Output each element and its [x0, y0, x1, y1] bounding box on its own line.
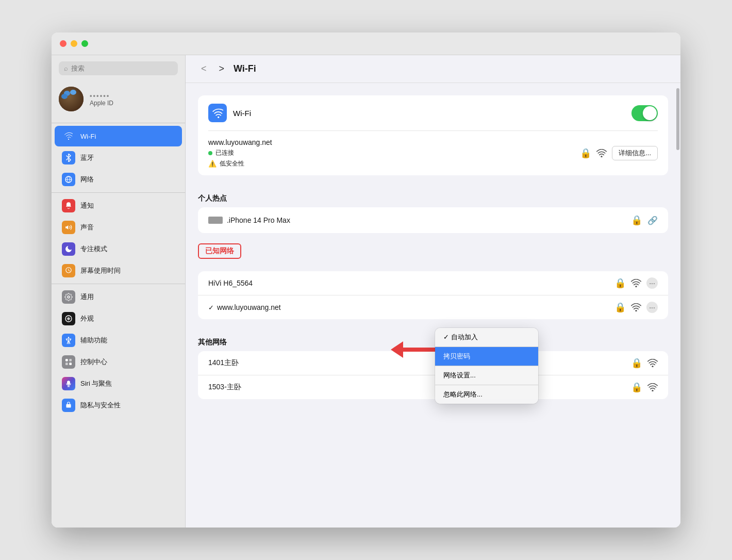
other-network-actions-2: 🔒 [631, 382, 658, 393]
other-networks-section: 其他网络 1401主卧 🔒 [198, 330, 668, 399]
privacy-icon [62, 399, 75, 412]
search-box[interactable]: ⌕ [59, 61, 178, 75]
sidebar-item-wifi[interactable]: Wi-Fi [55, 126, 182, 146]
profile-sublabel: Apple ID [90, 100, 113, 107]
svg-point-15 [652, 366, 653, 367]
known-network-left-2: ✓ www.luyouwang.net [208, 303, 281, 311]
network-icon [62, 173, 75, 186]
profile-name: •••••• [90, 92, 113, 100]
sidebar-label-privacy: 隐私与安全性 [80, 401, 121, 410]
sidebar-label-notifications: 通知 [80, 201, 94, 210]
svg-rect-8 [69, 363, 72, 365]
sidebar-item-controlcenter[interactable]: 控制中心 [55, 352, 182, 372]
svg-rect-5 [65, 359, 68, 361]
signal-icon-2 [631, 303, 641, 311]
sidebar-item-accessibility[interactable]: 辅助功能 [55, 330, 182, 351]
current-network-name: www.luyouwang.net [208, 138, 272, 146]
other-network-name-2: 1503-主卧 [208, 383, 241, 392]
sidebar-item-network[interactable]: 网络 [55, 169, 182, 190]
forward-button[interactable]: > [216, 62, 228, 75]
hotspot-heading: 个人热点 [198, 186, 668, 207]
sidebar-item-bluetooth[interactable]: 蓝牙 [55, 147, 182, 168]
accessibility-icon [62, 334, 75, 347]
general-icon [62, 290, 75, 304]
sidebar-item-screentime[interactable]: 屏幕使用时间 [55, 260, 182, 281]
svg-point-4 [68, 337, 70, 338]
other-network-left-1: 1401主卧 [208, 358, 239, 368]
siri-icon [62, 377, 75, 390]
network-menu-btn-2[interactable]: ··· [646, 302, 658, 313]
context-menu-item-network-settings[interactable]: 网络设置... [435, 366, 538, 385]
other-network-actions-1: 🔒 [631, 357, 658, 369]
hotspot-lock-icon: 🔒 [631, 215, 642, 226]
other-network-left-2: 1503-主卧 [208, 383, 241, 392]
known-network-row-1: HiVi H6_5564 🔒 ··· [198, 271, 668, 295]
sidebar-item-siri[interactable]: Siri 与聚焦 [55, 373, 182, 394]
known-network-left-1: HiVi H6_5564 [208, 279, 253, 287]
sidebar-item-sound[interactable]: 声音 [55, 217, 182, 238]
detail-button[interactable]: 详细信息... [612, 146, 658, 160]
sidebar-item-notifications[interactable]: 通知 [55, 195, 182, 216]
hotspot-name-suffix: .iPhone 14 Pro Max [227, 216, 290, 224]
context-menu: ✓ 自动加入 拷贝密码 网络设置... [435, 328, 538, 404]
sidebar-label-accessibility: 辅助功能 [80, 336, 107, 345]
context-menu-item-copy-password[interactable]: 拷贝密码 [435, 347, 538, 366]
wifi-header-left: Wi-Fi [208, 104, 251, 122]
controlcenter-icon [62, 355, 75, 369]
main-body: Wi-Fi www.luyouwang.net 已 [186, 83, 680, 528]
hotspot-name: ■■■ .iPhone 14 Pro Max [208, 216, 290, 224]
auto-join-label: ✓ 自动加入 [443, 333, 478, 342]
wifi-main-icon [208, 104, 227, 122]
back-button[interactable]: < [198, 62, 210, 75]
svg-point-12 [601, 156, 602, 157]
main-content: < > Wi-Fi [186, 55, 680, 528]
app-window: ⌕ •••••• Apple ID [52, 32, 680, 528]
minimize-button[interactable] [71, 40, 77, 47]
maximize-button[interactable] [81, 40, 88, 47]
warning-text: 低安全性 [220, 159, 244, 168]
network-menu-btn-1[interactable]: ··· [646, 277, 658, 289]
context-menu-item-forget[interactable]: 忽略此网络... [435, 385, 538, 404]
sidebar-item-appearance[interactable]: 外观 [55, 308, 182, 329]
other-network-name-1: 1401主卧 [208, 358, 239, 368]
sidebar-divider [52, 123, 185, 123]
current-network-row: www.luyouwang.net 已连接 ⚠️ 低安全性 🔒 [198, 131, 668, 175]
search-input[interactable] [71, 64, 173, 72]
forget-label: 忽略此网络... [443, 390, 483, 399]
sidebar-label-focus: 专注模式 [80, 244, 107, 254]
signal-icon [596, 149, 607, 157]
close-button[interactable] [60, 40, 66, 47]
wifi-main-label: Wi-Fi [233, 109, 251, 118]
sidebar-label-sound: 声音 [80, 223, 94, 232]
wifi-header-row: Wi-Fi [198, 95, 668, 130]
scrollbar-track[interactable] [676, 78, 679, 528]
context-menu-item-auto-join[interactable]: ✓ 自动加入 [435, 328, 538, 347]
check-mark: ✓ [208, 304, 214, 311]
svg-point-3 [67, 317, 70, 320]
network-warning: ⚠️ 低安全性 [208, 159, 272, 168]
hotspot-card: ■■■ .iPhone 14 Pro Max 🔒 🔗 [198, 207, 668, 233]
scrollbar-thumb[interactable] [676, 88, 679, 150]
lock-icon-2: 🔒 [614, 302, 626, 313]
sidebar-item-privacy[interactable]: 隐私与安全性 [55, 395, 182, 416]
hotspot-link-button[interactable]: 🔗 [647, 215, 658, 226]
signal-icon-1 [631, 279, 641, 287]
lock-icon-1: 🔒 [614, 277, 626, 289]
svg-point-14 [635, 310, 637, 311]
sidebar-item-focus[interactable]: 专注模式 [55, 239, 182, 259]
main-header: < > Wi-Fi [186, 55, 680, 83]
arrow-head [391, 341, 403, 358]
sidebar-label-bluetooth: 蓝牙 [80, 153, 94, 162]
bluetooth-icon [62, 151, 75, 164]
known-network-actions-1: 🔒 ··· [614, 277, 658, 289]
sidebar-label-general: 通用 [80, 292, 94, 302]
status-text: 已连接 [215, 149, 234, 157]
avatar [59, 87, 84, 111]
known-networks-header: 已知网络 [198, 243, 668, 265]
profile-section[interactable]: •••••• Apple ID [52, 81, 185, 117]
other-signal-2 [647, 383, 658, 391]
appearance-icon [62, 312, 75, 325]
sidebar-item-general[interactable]: 通用 [55, 287, 182, 307]
wifi-toggle[interactable] [631, 105, 658, 121]
warning-icon: ⚠️ [208, 160, 217, 168]
